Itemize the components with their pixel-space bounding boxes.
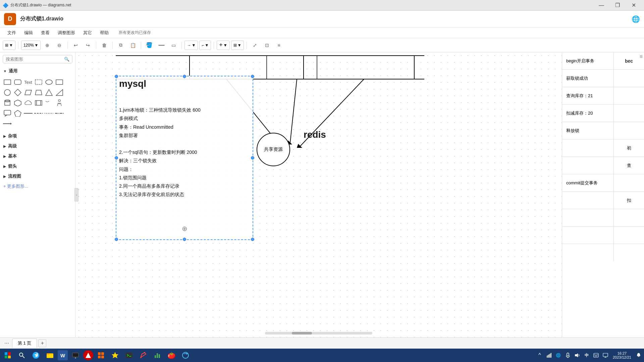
fit-button[interactable]: ⤢ — [250, 40, 260, 50]
shape-triangle[interactable] — [44, 88, 54, 97]
category-arrows[interactable]: ▶ 箭头 — [0, 161, 75, 171]
right-panel-toggle[interactable]: ≡ — [640, 54, 643, 60]
view-dropdown[interactable]: ⊞ ▼ — [3, 41, 15, 50]
handle-bl[interactable] — [115, 238, 118, 241]
minimize-button[interactable]: — — [594, 0, 609, 11]
shape-arrow-line[interactable] — [3, 119, 12, 128]
tray-notify[interactable] — [635, 351, 643, 359]
shape-line-dash3[interactable] — [55, 109, 64, 118]
handle-tl[interactable] — [115, 75, 118, 78]
search-input[interactable] — [6, 57, 63, 62]
undo-button[interactable]: ↩ — [70, 40, 81, 50]
shape-rect2[interactable] — [55, 77, 64, 87]
shape-text[interactable]: Text — [23, 77, 33, 87]
more-shapes-button[interactable]: + 更多图形... — [0, 181, 75, 191]
category-general[interactable]: ▼ 通用 — [0, 66, 75, 76]
table-dropdown[interactable]: ⊞ ▼ — [231, 41, 244, 50]
shape-right-triangle[interactable] — [55, 88, 64, 97]
search-button[interactable] — [15, 349, 28, 361]
format-button[interactable]: ≡ — [274, 40, 284, 50]
taskbar-app1[interactable] — [83, 350, 93, 360]
tray-sound[interactable] — [573, 351, 581, 359]
shape-trapezoid[interactable] — [34, 88, 43, 97]
shape-cylinder[interactable] — [3, 98, 12, 108]
tray-mic[interactable] — [564, 351, 572, 359]
tray-ime[interactable]: 中 — [583, 351, 591, 359]
taskbar-app3[interactable] — [109, 349, 121, 361]
shape-button[interactable]: ▭ — [168, 40, 179, 50]
connect-dropdown[interactable]: → ▼ — [184, 41, 198, 50]
shape-callout[interactable] — [3, 109, 12, 118]
tray-special[interactable]: 🌐 — [554, 351, 562, 359]
shape-tape[interactable] — [44, 98, 54, 108]
start-button[interactable] — [1, 349, 14, 361]
zoom-in-button[interactable]: ⊕ — [42, 40, 53, 50]
handle-ml[interactable] — [115, 156, 118, 160]
canvas-area[interactable]: ⊕ mysql 1.jvm本地锁：三种情况导致锁失效 600 多例模式 事务：R… — [75, 52, 562, 337]
shape-rect[interactable] — [3, 77, 12, 87]
page-menu-button[interactable]: ⋯ — [3, 339, 11, 347]
tray-chevron[interactable]: ^ — [536, 351, 544, 359]
close-button[interactable]: ✕ — [626, 0, 641, 11]
taskbar-tomato[interactable]: 🍅 — [165, 349, 178, 361]
taskbar-data[interactable] — [151, 349, 164, 361]
taskbar-terminal[interactable] — [123, 349, 136, 361]
add-page-button[interactable]: + — [38, 339, 46, 347]
shape-hexagon[interactable] — [13, 98, 22, 108]
handle-bc[interactable] — [183, 238, 186, 241]
menu-view[interactable]: 查看 — [38, 28, 53, 37]
elbow-dropdown[interactable]: ⌐ ▼ — [199, 41, 211, 50]
zoom-out-button[interactable]: ⊖ — [54, 40, 65, 50]
taskbar-explorer[interactable] — [44, 349, 56, 361]
reset-button[interactable]: ⊡ — [262, 40, 272, 50]
taskbar-drawing[interactable] — [137, 349, 150, 361]
line-button[interactable]: — — [156, 40, 167, 50]
tray-display[interactable] — [601, 351, 609, 359]
taskbar-sync[interactable] — [179, 349, 192, 361]
tray-network[interactable] — [545, 351, 553, 359]
tray-keyboard[interactable] — [592, 351, 600, 359]
taskbar-edge[interactable] — [30, 349, 42, 361]
category-basic[interactable]: ▶ 基本 — [0, 151, 75, 161]
menu-other[interactable]: 其它 — [80, 28, 95, 37]
category-advanced[interactable]: ▶ 高级 — [0, 141, 75, 151]
shape-diamond[interactable] — [13, 88, 22, 97]
paste-button[interactable]: 📋 — [127, 40, 138, 50]
handle-tc[interactable] — [183, 75, 186, 78]
copy-button[interactable]: ⧉ — [115, 40, 126, 50]
maximize-button[interactable]: ❐ — [610, 0, 625, 11]
canvas-scrollbar[interactable] — [265, 332, 372, 335]
menu-edit[interactable]: 编辑 — [21, 28, 36, 37]
delete-button[interactable]: 🗑 — [99, 40, 110, 50]
redo-button[interactable]: ↪ — [83, 40, 93, 50]
shape-cloud[interactable] — [23, 98, 33, 108]
search-box[interactable]: 🔍 — [3, 55, 72, 63]
fill-button[interactable]: 🪣 — [144, 40, 155, 50]
canvas-scrollbar-thumb[interactable] — [292, 332, 312, 335]
clock[interactable]: 16:27 2023/12/21 — [611, 351, 633, 359]
category-flowchart[interactable]: ▶ 流程图 — [0, 171, 75, 181]
shape-rect-rounded[interactable] — [13, 77, 22, 87]
shape-pentagon[interactable] — [13, 109, 22, 118]
add-dropdown[interactable]: + ▼ — [217, 41, 229, 50]
page-tab-1[interactable]: 第 1 页 — [12, 339, 37, 348]
menu-adjust[interactable]: 调整图形 — [54, 28, 78, 37]
shape-circle[interactable] — [3, 88, 12, 97]
shape-line-dash1[interactable] — [34, 109, 43, 118]
shape-process[interactable] — [34, 98, 43, 108]
taskbar-word[interactable]: W — [58, 350, 68, 360]
shape-parallelogram[interactable] — [23, 88, 33, 97]
category-misc[interactable]: ▶ 杂项 — [0, 131, 75, 141]
taskbar-app2[interactable] — [95, 349, 107, 361]
shape-ellipse[interactable] — [44, 77, 54, 87]
shape-person[interactable] — [55, 98, 64, 108]
shape-dotted-rect[interactable] — [34, 77, 43, 87]
handle-br[interactable] — [251, 238, 254, 241]
handle-mr[interactable] — [251, 156, 254, 160]
shape-line-solid[interactable] — [23, 109, 33, 118]
shape-line-dash2[interactable] — [44, 109, 54, 118]
menu-file[interactable]: 文件 — [4, 28, 19, 37]
menu-help[interactable]: 帮助 — [97, 28, 112, 37]
zoom-dropdown[interactable]: 120% ▼ — [21, 41, 41, 50]
handle-tr[interactable] — [251, 75, 254, 78]
